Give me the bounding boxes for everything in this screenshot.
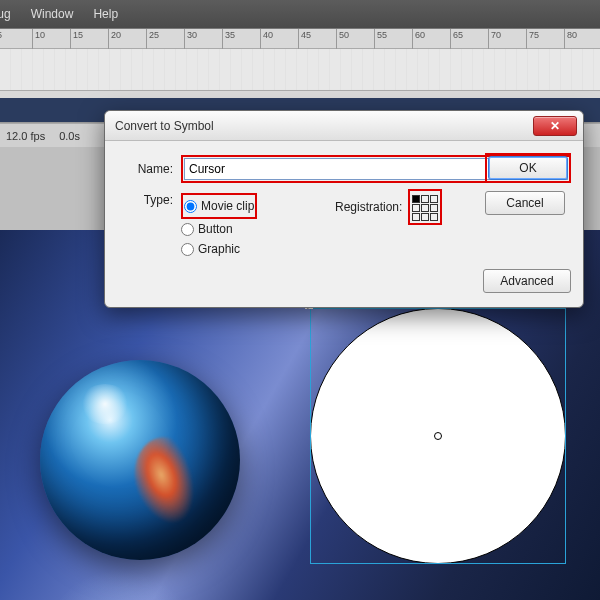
timeline-panel: 5101520253035404550556065707580 <box>0 28 600 98</box>
ruler-tick: 55 <box>374 29 387 49</box>
radio-button-input[interactable] <box>181 223 194 236</box>
name-label: Name: <box>117 162 173 176</box>
timeline-frames[interactable] <box>0 49 600 91</box>
reg-point-ml[interactable] <box>412 204 420 212</box>
ruler-tick: 20 <box>108 29 121 49</box>
marble-image <box>40 360 240 560</box>
reg-point-tl[interactable] <box>412 195 420 203</box>
close-button[interactable]: ✕ <box>533 116 577 136</box>
ruler-tick: 45 <box>298 29 311 49</box>
radio-graphic[interactable]: Graphic <box>181 239 257 259</box>
ruler-tick: 70 <box>488 29 501 49</box>
ruler-tick: 50 <box>336 29 349 49</box>
ruler-tick: 15 <box>70 29 83 49</box>
ruler-tick: 40 <box>260 29 273 49</box>
timeline-ruler[interactable]: 5101520253035404550556065707580 <box>0 29 600 49</box>
reg-point-tc[interactable] <box>421 195 429 203</box>
registration-grid[interactable] <box>411 194 439 222</box>
ruler-tick: 30 <box>184 29 197 49</box>
reg-point-tr[interactable] <box>430 195 438 203</box>
menu-window[interactable]: Window <box>31 7 74 21</box>
advanced-button[interactable]: Advanced <box>483 269 571 293</box>
reg-point-mr[interactable] <box>430 204 438 212</box>
elapsed-display: 0.0s <box>59 130 80 142</box>
type-label: Type: <box>117 193 173 207</box>
dialog-title: Convert to Symbol <box>115 119 533 133</box>
radio-movie-clip-label: Movie clip <box>201 199 254 213</box>
ruler-tick: 60 <box>412 29 425 49</box>
selection-box[interactable]: + <box>310 308 566 564</box>
dialog-titlebar[interactable]: Convert to Symbol ✕ <box>105 111 583 141</box>
ruler-tick: 10 <box>32 29 45 49</box>
radio-movie-clip[interactable]: Movie clip <box>184 196 254 216</box>
menu-help[interactable]: Help <box>93 7 118 21</box>
ruler-tick: 25 <box>146 29 159 49</box>
close-icon: ✕ <box>550 119 560 133</box>
ruler-tick: 75 <box>526 29 539 49</box>
reg-point-br[interactable] <box>430 213 438 221</box>
ok-button[interactable]: OK <box>488 156 568 180</box>
radio-movie-clip-input[interactable] <box>184 200 197 213</box>
radio-graphic-input[interactable] <box>181 243 194 256</box>
ruler-tick: 80 <box>564 29 577 49</box>
menu-bar: ebug Window Help <box>0 0 600 28</box>
dialog-body: Name: Type: Movie clip Button <box>105 141 583 307</box>
ruler-tick: 5 <box>0 29 2 49</box>
cancel-button[interactable]: Cancel <box>485 191 565 215</box>
menu-debug[interactable]: ebug <box>0 7 11 21</box>
reg-point-bc[interactable] <box>421 213 429 221</box>
fps-display: 12.0 fps <box>6 130 45 142</box>
reg-point-mc[interactable] <box>421 204 429 212</box>
registration-label: Registration: <box>335 200 402 214</box>
radio-button[interactable]: Button <box>181 219 257 239</box>
radio-button-label: Button <box>198 222 233 236</box>
radio-graphic-label: Graphic <box>198 242 240 256</box>
ruler-tick: 65 <box>450 29 463 49</box>
convert-to-symbol-dialog: Convert to Symbol ✕ Name: Type: Movie cl… <box>104 110 584 308</box>
reg-point-bl[interactable] <box>412 213 420 221</box>
ruler-tick: 35 <box>222 29 235 49</box>
